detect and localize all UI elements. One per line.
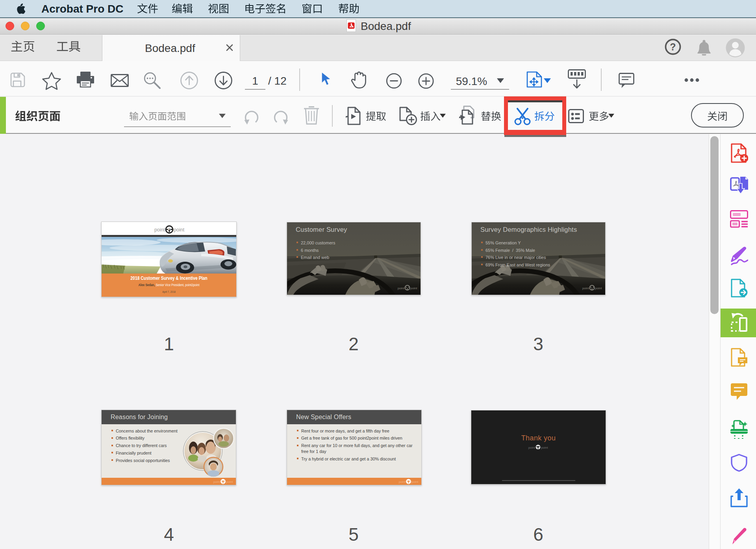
svg-text:point: point bbox=[528, 446, 536, 449]
svg-text:point: point bbox=[541, 446, 548, 449]
svg-text:point: point bbox=[174, 227, 185, 233]
svg-text:point: point bbox=[410, 287, 417, 290]
svg-text:point: point bbox=[213, 480, 220, 484]
svg-text:point: point bbox=[154, 227, 165, 233]
svg-text:point: point bbox=[398, 287, 405, 290]
svg-text:?: ? bbox=[670, 41, 676, 52]
svg-text:point: point bbox=[582, 287, 589, 290]
svg-text:point: point bbox=[399, 480, 406, 484]
svg-text:2: 2 bbox=[168, 228, 170, 232]
svg-text:point: point bbox=[226, 480, 233, 484]
svg-text:point: point bbox=[411, 480, 419, 484]
svg-text:point: point bbox=[595, 287, 602, 290]
